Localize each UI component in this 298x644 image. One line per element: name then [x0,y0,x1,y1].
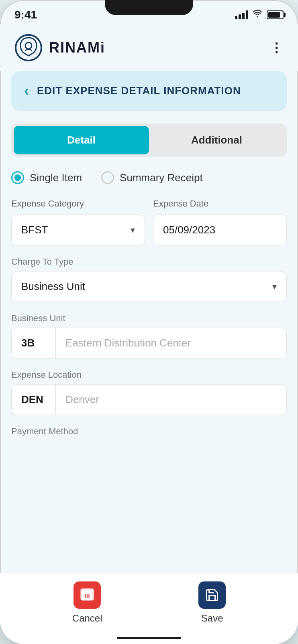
expense-date-label: Expense Date [153,198,287,209]
status-time: 9:41 [14,8,37,21]
business-unit-label: Business Unit [11,313,287,324]
expense-category-arrow: ▾ [131,225,135,235]
radio-single-item[interactable]: Single Item [11,171,82,184]
expense-category-label: Expense Category [11,198,145,209]
radio-summary-receipt[interactable]: Summary Receipt [101,171,203,184]
expense-date-group: Expense Date 05/09/2023 [153,198,287,245]
svg-point-1 [25,43,32,49]
business-unit-code: 3B [12,328,56,358]
charge-to-type-arrow: ▾ [272,281,277,292]
expense-location-input[interactable]: DEN Denver [11,384,287,415]
more-menu-button[interactable]: ⋮ [270,40,284,55]
back-button[interactable]: ‹ [24,83,29,99]
payment-method-group: Payment Method [11,426,287,437]
charge-to-type-input[interactable]: Business Unit ▾ [11,271,287,302]
tab-switcher: Detail Additional [11,124,287,157]
radio-single-item-label: Single Item [30,172,82,184]
notch [105,0,193,15]
business-unit-name: Eastern Distribution Center [56,328,286,358]
save-button[interactable]: Save [198,581,226,624]
cancel-button[interactable]: Cancel [72,581,102,624]
business-unit-input[interactable]: 3B Eastern Distribution Center [11,328,287,358]
save-label: Save [201,613,223,624]
status-icons [235,9,284,20]
wifi-icon [252,9,263,20]
page-title: EDIT EXPENSE DETAIL INFORMATION [37,84,241,98]
charge-to-type-group: Charge To Type Business Unit ▾ [11,257,287,302]
radio-summary-receipt-label: Summary Receipt [120,172,203,184]
home-indicator [117,637,181,639]
charge-to-type-value: Business Unit [21,280,85,293]
radio-summary-receipt-circle [101,171,114,184]
logo-icon [14,34,43,62]
payment-method-label: Payment Method [11,426,287,437]
tab-additional[interactable]: Additional [149,126,284,154]
bottom-actions: Cancel Save [0,573,298,644]
svg-rect-9 [86,589,89,591]
logo-container: RINAMi [14,34,105,62]
expense-date-input[interactable]: 05/09/2023 [153,215,287,245]
app-header: RINAMi ⋮ [0,24,298,71]
radio-single-item-circle [11,171,24,184]
signal-icon [235,10,248,19]
cancel-label: Cancel [72,613,102,624]
phone-frame: 9:41 [0,0,298,644]
expense-category-input[interactable]: BFST ▾ [11,215,145,245]
main-content: ‹ EDIT EXPENSE DETAIL INFORMATION Detail… [0,71,298,512]
expense-date-value: 05/09/2023 [163,224,215,236]
charge-to-type-label: Charge To Type [11,257,287,267]
logo-text: RINAMi [49,39,105,56]
battery-icon [267,10,284,19]
expense-location-group: Expense Location DEN Denver [11,370,287,415]
tab-detail[interactable]: Detail [14,126,149,154]
business-unit-group: Business Unit 3B Eastern Distribution Ce… [11,313,287,358]
radio-group: Single Item Summary Receipt [11,171,287,184]
expense-category-value: BFST [21,224,48,236]
expense-location-code: DEN [12,385,56,415]
expense-location-label: Expense Location [11,370,287,380]
expense-location-name: Denver [56,385,286,415]
cancel-icon [73,581,101,609]
page-header-card: ‹ EDIT EXPENSE DETAIL INFORMATION [11,71,287,111]
save-icon [198,581,226,609]
expense-category-group: Expense Category BFST ▾ [11,198,145,245]
svg-point-0 [16,35,41,61]
expense-category-date-row: Expense Category BFST ▾ Expense Date 05/… [11,198,287,245]
